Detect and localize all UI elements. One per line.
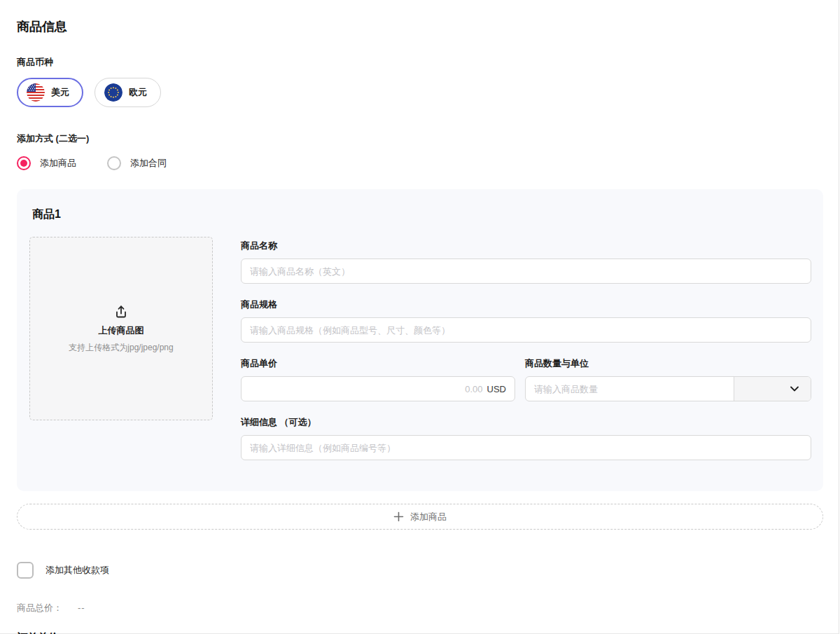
radio-add-product-circle[interactable] <box>17 156 31 170</box>
currency-option-usd-label: 美元 <box>51 86 69 99</box>
product-detail-label: 详细信息 （可选） <box>241 416 811 429</box>
currency-selector: 美元 欧元 <box>17 78 823 107</box>
currency-option-usd[interactable]: 美元 <box>17 78 83 107</box>
product-total-value: -- <box>78 602 85 613</box>
add-product-button-label: 添加商品 <box>410 511 447 523</box>
product-price-label: 商品单价 <box>241 357 515 370</box>
radio-add-contract-label: 添加合同 <box>130 157 167 170</box>
product-detail-input[interactable] <box>241 435 811 460</box>
price-currency-suffix: USD <box>487 384 506 394</box>
upload-icon <box>113 304 129 319</box>
plus-icon <box>393 511 404 522</box>
add-method-radios: 添加商品 添加合同 <box>17 156 823 170</box>
radio-add-contract-circle[interactable] <box>107 156 121 170</box>
currency-option-eur-label: 欧元 <box>129 86 147 99</box>
product-card-title: 商品1 <box>32 207 811 222</box>
product-spec-input[interactable] <box>241 317 811 343</box>
us-flag-icon <box>27 83 45 102</box>
add-product-button[interactable]: 添加商品 <box>17 504 823 530</box>
currency-label: 商品币种 <box>17 56 823 69</box>
order-total-row: 订单总价： -- <box>17 631 823 634</box>
add-method-label: 添加方式 (二选一) <box>17 132 823 145</box>
order-total-label: 订单总价： <box>17 631 69 634</box>
product-price-input[interactable] <box>250 384 483 394</box>
product-spec-field: 商品规格 <box>241 298 811 343</box>
other-charges-checkbox[interactable] <box>17 562 34 579</box>
product-name-input[interactable] <box>241 259 811 284</box>
currency-option-eur[interactable]: 欧元 <box>94 78 161 107</box>
unit-select-dropdown[interactable] <box>734 377 811 401</box>
other-charges-label: 添加其他收款项 <box>46 564 109 577</box>
product-spec-label: 商品规格 <box>241 298 811 311</box>
product-quantity-inputwrap <box>525 376 811 401</box>
product-card: 商品1 上传商品图 支持上传格式为jpg/jpeg/png 商品名称 <box>17 189 823 491</box>
product-total-label: 商品总价： <box>17 602 62 614</box>
product-price-field: 商品单价 USD <box>241 357 515 401</box>
product-price-inputwrap: USD <box>241 376 515 401</box>
product-quantity-input[interactable] <box>526 377 734 401</box>
upload-hint: 支持上传格式为jpg/jpeg/png <box>69 342 173 354</box>
product-detail-field: 详细信息 （可选） <box>241 416 811 460</box>
product-name-label: 商品名称 <box>241 240 811 252</box>
product-quantity-field: 商品数量与单位 <box>525 357 811 401</box>
other-charges-row[interactable]: 添加其他收款项 <box>17 562 823 579</box>
upload-image-dropzone[interactable]: 上传商品图 支持上传格式为jpg/jpeg/png <box>29 237 213 420</box>
product-info-page: 商品信息 商品币种 <box>0 0 839 634</box>
radio-add-product-label: 添加商品 <box>40 157 76 170</box>
product-quantity-label: 商品数量与单位 <box>525 357 811 370</box>
upload-title: 上传商品图 <box>99 324 144 337</box>
radio-add-product[interactable]: 添加商品 <box>17 156 76 170</box>
page-title: 商品信息 <box>17 18 823 35</box>
product-form: 商品名称 商品规格 商品单价 USD <box>241 237 811 467</box>
eu-flag-icon <box>104 83 122 102</box>
chevron-down-icon <box>788 383 801 395</box>
product-name-field: 商品名称 <box>241 240 811 284</box>
product-total-row: 商品总价： -- <box>17 602 823 614</box>
radio-add-contract[interactable]: 添加合同 <box>107 156 167 170</box>
